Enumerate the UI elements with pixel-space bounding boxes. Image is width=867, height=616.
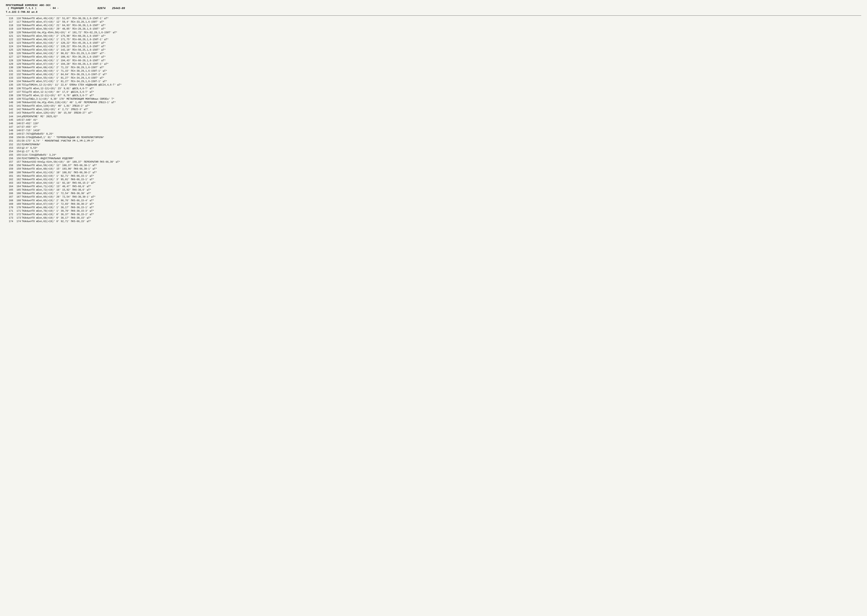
row-num1: 162 xyxy=(6,178,14,181)
table-row: 145145Е7-449' 41* xyxy=(6,118,861,122)
row-text: ТКАлЬк#ТО жЕнп,64(=19)' 11' 92,18' ПК5-6… xyxy=(21,181,861,185)
table-row: 134134ТКАлЬк#ТО жЕнп,57(=19)' 1' 81,27' … xyxy=(6,80,861,83)
table-row: 125125ТКАлЬк#ТО жЕнп,63(=19)' 1' 142,18'… xyxy=(6,48,861,52)
row-num2: 156 xyxy=(14,157,21,160)
table-row: 116116ТКАлЬк#ТО жЕнп,49(=19)' 22' 51,07'… xyxy=(6,17,861,20)
row-text: ТКАлЬк#ТО жЕнп,69(=19)' 1' 84,64' ПСп-30… xyxy=(21,73,861,76)
row-num2: 159 xyxy=(14,167,21,171)
row-num2: 174 xyxy=(14,220,21,223)
row-num1: 165 xyxy=(6,188,14,192)
row-num2: 153 xyxy=(14,146,21,150)
row-num2: 125 xyxy=(14,48,21,52)
table-row: 122122ТКАлЬк#ТО жЕнп,60(=19)' 1' 171,75'… xyxy=(6,38,861,41)
row-num1: 121 xyxy=(6,35,14,38)
table-row: 127127ТКАлЬк#ТО жЕнп,65(=19)' 1' 100,41'… xyxy=(6,55,861,59)
row-num2: 170 xyxy=(14,206,21,209)
row-num1: 158 xyxy=(6,164,14,167)
row-num2: 141 xyxy=(14,104,21,108)
row-num1: 117 xyxy=(6,20,14,24)
row-text: С114-724#ДОПиВнП1' 3,24* xyxy=(21,153,861,157)
row-num1: 168 xyxy=(6,199,14,203)
row-num1: 122 xyxy=(6,38,14,41)
sub-title: Т.п.22I-I-706.92 ал.8 xyxy=(6,11,861,14)
row-text: ТКАлЬк#ТО жЕнп,65(=19)' 1' 72,54' ПК6-30… xyxy=(21,192,861,195)
header-left-block: ПРОГРАММНЫЙ КОМПЛЕКС АВС-3ЕС ( РЕДАКЦИЯ … xyxy=(6,4,125,10)
row-num1: 141 xyxy=(6,104,14,108)
row-num2: 165 xyxy=(14,188,21,192)
row-text: ТКАлЬк#ТО жЕнп,67(=19)' 2' 72,03' ПК6-30… xyxy=(21,203,861,206)
row-text: ТССцнТАБл,3-1(=19)' 0,39' 178' МЕТАЛЛИЗА… xyxy=(21,97,861,101)
row-num2: 163 xyxy=(14,181,21,185)
row-text: ТКАлЬк#ТО жЕнп,68(=19)' 0' 38,17' ПК6-30… xyxy=(21,216,861,220)
row-text: ТКАлЬк#ТО жЕнп,71(=19)' 13' 40,47' ПК5-6… xyxy=(21,185,861,188)
row-num1: 137 xyxy=(6,90,14,94)
table-row: 144144рПЕРЕКРЫТИЕ' М2' 2025,62* xyxy=(6,115,861,118)
row-text: Е7-455' 47* xyxy=(21,125,861,129)
row-num2: 136 xyxy=(14,87,21,90)
row-num1: 171 xyxy=(6,209,14,213)
row-num2: 173 xyxy=(14,216,21,220)
row-num1: 142 xyxy=(6,108,14,111)
row-text: Е7-767#ДОПиВнП3' 0,25* xyxy=(21,132,861,136)
row-num2: 151 xyxy=(14,139,21,143)
row-num1: 138 xyxy=(6,94,14,97)
row-num1: 164 xyxy=(6,185,14,188)
row-num2: 160 xyxy=(14,171,21,174)
row-num1: 153 xyxy=(6,146,14,150)
table-row: 158158ТКАлЬк#ТО жЕнп,59(=19)' 12' 180,37… xyxy=(6,164,861,167)
row-num1: 170 xyxy=(6,206,14,209)
table-row: 157157ТКАлЬк#192-К#нСд-41#п,59(=19)' 10'… xyxy=(6,160,861,164)
row-num1: 135 xyxy=(6,83,14,87)
row-text: ТКАлЬк#ТО жЕнп,57(=19)' 1' 81,27' ПСп-34… xyxy=(21,80,861,83)
doc-num: 25443-09 xyxy=(112,7,125,10)
row-text: Ц1-17' 0,75* xyxy=(21,150,861,153)
row-text: ТКАлЬк#ТО жЕнп,68(=19)' 1' 38,17' ПК6-30… xyxy=(21,206,861,209)
row-num2: 128 xyxy=(14,59,21,62)
row-text: ТКАлЬк#ТО жЕнп,64(=19)' 3' 90,81' ПСп-33… xyxy=(21,52,861,55)
row-text: ТКАлЬк#ТО жЕнп,62(=19)' 1' 139,22' ПСп-5… xyxy=(21,45,861,48)
row-text: Е7-452' 110* xyxy=(21,122,861,125)
table-row: 154154Ц1-17' 0,75* xyxy=(6,150,861,153)
edition-label: ( РЕДАКЦИЯ 7,1,1 ) xyxy=(8,7,36,9)
table-row: 129129ТКАлЬк#ТО жЕнп,67(=19)' 1' 194,28'… xyxy=(6,62,861,66)
table-row: 156156П2#СТОИМОСТЬ ИНДУСТРИАЛЬНЫХ ИЗДЕЛИ… xyxy=(6,157,861,160)
table-row: 133133ТКАлЬк#ТО жЕнп,55(=19)' 1' 81,27' … xyxy=(6,76,861,80)
row-num2: 134 xyxy=(14,80,21,83)
row-text: ТКАлЬк#ТО жЕнп,60(=19)' 15' 193,98' ПК6-… xyxy=(21,167,861,171)
row-num1: 124 xyxy=(6,45,14,48)
row-num2: 167 xyxy=(14,195,21,199)
row-num1: 163 xyxy=(6,181,14,185)
row-num1: 119 xyxy=(6,27,14,31)
row-num1: 166 xyxy=(6,192,14,195)
row-num2: 161 xyxy=(14,174,21,178)
row-num2: 120 xyxy=(14,31,21,35)
table-row: 146146Е7-452' 110* xyxy=(6,122,861,125)
doc-code: 92074 xyxy=(98,7,105,10)
row-num2: 137 xyxy=(14,90,21,94)
table-row: 150150Е6-379#ДОПиВнП,1' 81' ' ТЕРМОВКЛАД… xyxy=(6,136,861,139)
table-row: 173173ТКАлЬк#ТО жЕнп,68(=19)' 0' 38,17' … xyxy=(6,216,861,220)
row-text: ТКАлЬк#ТО жЕнп,70(=19)' 1' 39,70' ПК6-30… xyxy=(21,209,861,213)
row-num1: 130 xyxy=(6,66,14,69)
table-row: 149149Е7-767#ДОПиВнП3' 0,25* xyxy=(6,132,861,136)
row-num2: 152 xyxy=(14,143,21,146)
table-row: 166166ТКАлЬк#ТО жЕнп,65(=19)' 1' 72,54' … xyxy=(6,192,861,195)
table-row: 121121ТКАлЬк#ТО жЕнп,59(=19)' 2' 175,98'… xyxy=(6,35,861,38)
row-text: ТКАлЬк#ТО жЕнп,59(=19)' 2' 175,98' ПСп-6… xyxy=(21,35,861,38)
table-row: 120120ТКАлЬк#192-Кж,#Сд-45#п,58(=19)' 4'… xyxy=(6,31,861,35)
row-num2: 172 xyxy=(14,213,21,216)
row-text: П2#МАТЕРИАЛЫ* xyxy=(21,143,861,146)
row-num1: 152 xyxy=(6,143,14,146)
row-num1: 128 xyxy=(6,59,14,62)
row-num2: 131 xyxy=(14,69,21,73)
table-row: 137137ТССцнТО жЕнп,12-1(=19)' 44' 17,6' … xyxy=(6,90,861,94)
row-num2: 149 xyxy=(14,132,21,136)
row-num2: 130 xyxy=(14,66,21,69)
row-num1: 167 xyxy=(6,195,14,199)
row-num2: 146 xyxy=(14,122,21,125)
row-text: ТКАлЬк#ТО жЕнп,119(=19)' 48' 1,81' 2ПБ16… xyxy=(21,104,861,108)
table-row: 138138ТССцнТО жЕнп,12-11(=19)' 67' 6,76'… xyxy=(6,94,861,97)
row-text: ТКАлЬк#ТО жЕнп,120(=19)' 4' 2,71' 2ПБ22-… xyxy=(21,108,861,111)
row-text: ТКАлЬк#ТО жЕнп,66(=19)' 1' 194,43' ПСп-6… xyxy=(21,59,861,62)
row-num1: 129 xyxy=(6,62,14,66)
